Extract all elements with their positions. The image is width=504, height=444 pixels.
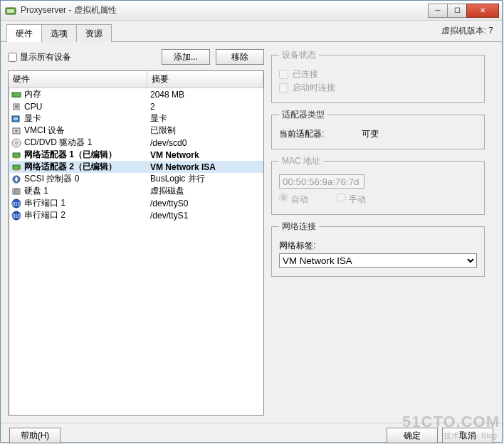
row-summary: /dev/ttyS1: [147, 211, 263, 221]
header-hardware[interactable]: 硬件: [9, 71, 147, 88]
disk-icon: [9, 186, 24, 196]
connected-checkbox: [279, 70, 288, 79]
connect-at-poweron-label: 启动时连接: [293, 82, 335, 94]
row-name: 串行端口 2: [24, 209, 147, 221]
memory-icon: [9, 90, 24, 100]
maximize-button[interactable]: ☐: [447, 4, 467, 18]
svg-rect-16: [14, 157, 19, 159]
row-summary: VM Network ISA: [147, 162, 263, 172]
minimize-button[interactable]: ─: [428, 4, 448, 18]
tab-resources[interactable]: 资源: [76, 24, 112, 42]
window-buttons: ─ ☐ ✕: [429, 4, 499, 18]
close-button[interactable]: ✕: [466, 4, 499, 18]
window-title: Proxyserver - 虚拟机属性: [21, 4, 429, 16]
add-button[interactable]: 添加...: [162, 49, 210, 65]
svg-rect-3: [13, 97, 14, 98]
network-connection-group: 网络连接 网络标签: VM Network ISA: [271, 221, 485, 277]
tab-hardware[interactable]: 硬件: [6, 24, 42, 42]
remove-button[interactable]: 移除: [216, 49, 264, 65]
svg-rect-1: [7, 9, 14, 13]
tab-options[interactable]: 选项: [41, 24, 77, 42]
adapter-type-group: 适配器类型 当前适配器: 可变: [271, 109, 485, 149]
row-name: 网络适配器 2（已编辑）: [24, 161, 147, 173]
current-adapter-value: 可变: [362, 128, 379, 140]
row-name: SCSI 控制器 0: [24, 173, 147, 185]
svg-rect-15: [13, 153, 20, 157]
top-controls: 显示所有设备 添加... 移除: [8, 49, 264, 65]
titlebar[interactable]: Proxyserver - 虚拟机属性 ─ ☐ ✕: [1, 1, 502, 21]
hardware-row-10[interactable]: 010串行端口 2/dev/ttyS1: [9, 209, 263, 221]
row-name: 网络适配器 1（已编辑）: [24, 149, 147, 161]
nic-icon: [9, 162, 24, 172]
row-name: VMCI 设备: [24, 125, 147, 137]
current-adapter-label: 当前适配器:: [279, 128, 357, 140]
cancel-button[interactable]: 取消: [442, 428, 493, 443]
scsi-icon: [9, 174, 24, 184]
show-all-devices-checkbox[interactable]: 显示所有设备: [8, 51, 156, 63]
hardware-row-9[interactable]: 010串行端口 1/dev/ttyS0: [9, 197, 263, 209]
svg-rect-5: [17, 97, 18, 98]
connected-label: 已连接: [293, 68, 318, 80]
row-name: 显卡: [24, 112, 147, 125]
list-body[interactable]: 内存2048 MBCPU2显卡显卡VMCI 设备已限制CD/DVD 驱动器 1/…: [9, 88, 263, 415]
network-label-text: 网络标签:: [279, 240, 315, 252]
list-header: 硬件 摘要: [9, 71, 263, 88]
header-summary[interactable]: 摘要: [147, 71, 263, 88]
ok-button[interactable]: 确定: [387, 428, 438, 443]
row-summary: 2048 MB: [147, 90, 263, 100]
svg-text:010: 010: [12, 201, 21, 206]
network-legend: 网络连接: [279, 221, 319, 233]
row-summary: 已限制: [147, 125, 263, 137]
row-summary: /dev/ttyS0: [147, 199, 263, 208]
svg-rect-2: [12, 92, 21, 97]
help-button[interactable]: 帮助(H): [9, 428, 61, 443]
video-icon: [9, 114, 24, 124]
hardware-row-3[interactable]: VMCI 设备已限制: [9, 125, 263, 137]
svg-rect-8: [15, 105, 18, 108]
cd-icon: [9, 138, 24, 148]
nic-icon: [9, 150, 24, 160]
cpu-icon: [9, 102, 24, 112]
hardware-row-4[interactable]: CD/DVD 驱动器 1/dev/scd0: [9, 137, 263, 149]
svg-rect-10: [14, 117, 18, 120]
row-summary: 2: [147, 102, 263, 112]
row-name: 硬盘 1: [24, 185, 147, 197]
hardware-row-1[interactable]: CPU2: [9, 100, 263, 112]
row-summary: 虚拟磁盘: [147, 185, 263, 197]
vm-properties-window: Proxyserver - 虚拟机属性 ─ ☐ ✕ 硬件 选项 资源 虚拟机版本…: [0, 0, 503, 443]
svg-text:010: 010: [12, 213, 21, 218]
row-summary: /dev/scd0: [147, 138, 263, 148]
right-pane: 设备状态 已连接 启动时连接 适配器类型 当前适配器: 可变 MAC 地址: [271, 49, 485, 416]
hardware-row-0[interactable]: 内存2048 MB: [9, 88, 263, 100]
svg-rect-4: [15, 97, 16, 98]
mac-address-group: MAC 地址 自动 手动: [271, 155, 485, 215]
show-all-devices-input[interactable]: [8, 53, 17, 62]
mac-input: [279, 174, 364, 189]
vmci-icon: [9, 126, 24, 136]
network-label-select[interactable]: VM Network ISA: [279, 253, 477, 268]
hardware-list: 硬件 摘要 内存2048 MBCPU2显卡显卡VMCI 设备已限制CD/DVD …: [8, 70, 264, 416]
serial-icon: 010: [9, 199, 24, 208]
dialog-footer: 帮助(H) 确定 取消: [1, 423, 502, 444]
device-status-group: 设备状态 已连接 启动时连接: [271, 49, 485, 103]
hardware-row-2[interactable]: 显卡显卡: [9, 112, 263, 125]
show-all-devices-label: 显示所有设备: [20, 51, 71, 63]
hardware-row-8[interactable]: 硬盘 1虚拟磁盘: [9, 185, 263, 197]
row-summary: 显卡: [147, 112, 263, 125]
tabs-row: 硬件 选项 资源 虚拟机版本: 7: [1, 21, 502, 42]
svg-point-12: [15, 130, 18, 132]
row-name: 串行端口 1: [24, 197, 147, 209]
hardware-row-5[interactable]: 网络适配器 1（已编辑）VM Network: [9, 149, 263, 161]
vsphere-icon: [5, 5, 16, 16]
connect-at-poweron-checkbox: [279, 83, 288, 92]
hardware-row-6[interactable]: 网络适配器 2（已编辑）VM Network ISA: [9, 161, 263, 173]
hardware-row-7[interactable]: SCSI 控制器 0BusLogic 并行: [9, 173, 263, 185]
content-area: 显示所有设备 添加... 移除 硬件 摘要 内存2048 MBCPU2显卡显卡V…: [1, 42, 502, 423]
serial-icon: 010: [9, 211, 24, 221]
svg-point-21: [14, 189, 19, 194]
svg-rect-6: [19, 97, 20, 98]
device-status-legend: 设备状态: [279, 49, 319, 61]
row-name: 内存: [24, 88, 147, 100]
row-summary: BusLogic 并行: [147, 173, 263, 185]
svg-rect-18: [14, 169, 19, 171]
